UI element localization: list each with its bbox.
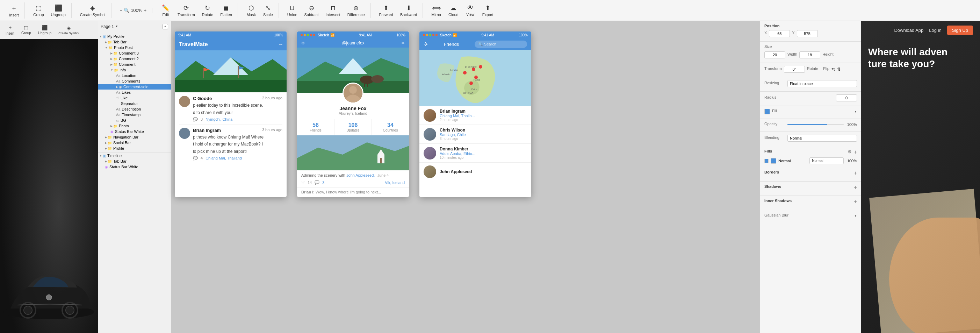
blending-dropdown[interactable]: Normal [788, 135, 857, 142]
width-input[interactable] [764, 51, 785, 58]
layer-timeline-status[interactable]: ◉ Status Bar White [98, 164, 171, 170]
caption-link[interactable]: John Appleseed. [346, 173, 375, 177]
fill-swatch-2[interactable] [771, 158, 776, 164]
post1-link[interactable]: Nyingchi, China [205, 117, 232, 121]
layer-likes[interactable]: Aa Likes [98, 89, 171, 95]
opacity-slider[interactable] [788, 124, 844, 125]
flip-label: Flip [823, 67, 829, 71]
ungroup-button[interactable]: ⬛ Ungroup [48, 3, 68, 18]
mini-symbol-button[interactable]: ◈ Create Symbol [56, 24, 82, 37]
difference-button[interactable]: ⊕ Difference [345, 3, 368, 18]
layer-separator[interactable]: — Separator [98, 101, 171, 106]
layer-bg[interactable]: ▭ BG [98, 118, 171, 123]
fill-checkbox[interactable] [764, 159, 768, 163]
friend-item-3: John Appleseed [419, 163, 531, 181]
download-link[interactable]: Download App [894, 28, 923, 33]
layer-comment3[interactable]: ▶ 📁 Comment 3 [98, 50, 171, 56]
dot3-1 [423, 34, 425, 36]
backward-button[interactable]: ⬇ Backward [398, 3, 420, 18]
rotate-input[interactable] [784, 66, 805, 73]
transform-button[interactable]: ⟳ Transform [175, 3, 198, 18]
export-button[interactable]: ⬆ Export [479, 3, 496, 18]
layer-tab-bar[interactable]: ▶ 📁 Tab Bar [98, 39, 171, 45]
shadows-section: Shadows + [760, 182, 861, 196]
layer-timestamp[interactable]: Aa Timestamp [98, 112, 171, 118]
page-selector[interactable]: Page 1 ▼ [101, 24, 118, 29]
shadows-add-button[interactable]: + [854, 184, 857, 191]
layer-nav-bar[interactable]: ▶ 📁 Navigation Bar [98, 134, 171, 140]
insert-button[interactable]: ＋ Insert [6, 2, 22, 19]
layer-like[interactable]: ♡ Like [98, 95, 171, 101]
layer-status-bar-white[interactable]: ◉ Status Bar White [98, 129, 171, 134]
updates-label: Updates [334, 128, 372, 132]
phone2-avatar [342, 83, 363, 104]
mini-insert-button[interactable]: ＋ Insert [3, 23, 17, 37]
user1-time: 2 hours ago [262, 96, 282, 101]
flip-v-icon[interactable]: ⇅ [837, 67, 840, 72]
fill-opacity-value: 100% [847, 159, 857, 163]
height-input[interactable] [799, 51, 820, 58]
radius-input[interactable] [836, 94, 857, 102]
dot4 [310, 34, 312, 36]
cloud-button[interactable]: ☁ Cloud [445, 3, 461, 18]
fill-color-swatch[interactable] [764, 109, 770, 115]
mirror-button[interactable]: ⟺ Mirror [428, 3, 444, 18]
layer-info[interactable]: ▼ 📁 Info [98, 67, 171, 73]
flatten-button[interactable]: ◼ Flatten [217, 3, 235, 18]
layer-social-bar[interactable]: ▶ 📁 Social Bar [98, 140, 171, 145]
signup-button[interactable]: Sign Up [947, 25, 973, 35]
layer-my-profile[interactable]: ▼ ▣ My Profile [98, 33, 171, 39]
fills-header: Fills ⚙ + [764, 149, 857, 155]
login-link[interactable]: Log in [929, 28, 941, 33]
wifi-icon-3: 📶 [453, 33, 457, 37]
comment-icon-2: 💬 [193, 156, 198, 161]
resizing-dropdown[interactable]: Float in place [788, 80, 857, 87]
search-bar[interactable]: 🔍 Search [475, 41, 527, 48]
sketch-canvas[interactable]: Page 1 ▼ + ▼ ▣ My Profile ▶ 📁 Tab Bar [98, 21, 760, 333]
fill-blend-dropdown[interactable]: Normal [810, 158, 843, 164]
layer-profile[interactable]: ▶ 📁 Profile [98, 145, 171, 151]
view-button[interactable]: 👁 View [463, 3, 478, 18]
toolbar-mask-group: ⬡ Mask ⤡ Scale [241, 3, 279, 18]
layer-description[interactable]: Aa Description [98, 106, 171, 112]
fills-add-button[interactable]: + [854, 149, 857, 155]
intersect-button[interactable]: ⊓ Intersect [323, 3, 343, 18]
website-heading: Where will adven ture take you? [868, 46, 973, 70]
subtract-button[interactable]: ⊖ Subtract [302, 3, 321, 18]
y-input[interactable] [797, 30, 818, 37]
layer-comment-selected[interactable]: ▶ ◉ Comment-sele... [98, 84, 171, 89]
zoom-control[interactable]: − 🔍 100% + [117, 8, 149, 13]
union-button[interactable]: ⊔ Union [285, 3, 300, 18]
mini-ungroup-button[interactable]: ⬛ Ungroup [35, 24, 54, 37]
mini-group-button[interactable]: ⬚ Group [19, 24, 34, 37]
rotate-button[interactable]: ↻ Rotate [199, 3, 216, 18]
layer-comments[interactable]: Aa Comments [98, 78, 171, 84]
mask-button[interactable]: ⬡ Mask [243, 3, 259, 18]
phone1-battery: 100% [274, 33, 283, 37]
layer-photo-post[interactable]: ▼ 📁 Photo Post [98, 45, 171, 50]
inner-shadows-add-button[interactable]: + [854, 199, 857, 205]
svg-text:Atlantic: Atlantic [442, 73, 450, 76]
add-page-button[interactable]: + [162, 24, 168, 29]
layer-timeline-tab[interactable]: ▶ 📁 Tab Bar [98, 158, 171, 164]
chevron-right-sel-icon: ▶ [116, 85, 118, 89]
website-preview: Download App Log in Sign Up Where will a… [861, 21, 980, 333]
x-input[interactable] [769, 30, 790, 37]
svg-point-33 [479, 65, 482, 69]
borders-add-button[interactable]: + [854, 170, 857, 176]
create-symbol-button[interactable]: ◈ Create Symbol [77, 3, 108, 18]
layer-comment[interactable]: ▶ 📁 Comment [98, 62, 171, 67]
edit-button[interactable]: ✏️ Edit [158, 3, 173, 18]
group-button[interactable]: ⬚ Group [30, 3, 47, 18]
scale-button[interactable]: ⤡ Scale [260, 3, 276, 18]
forward-button[interactable]: ⬆ Forward [376, 3, 396, 18]
layer-location[interactable]: Aa Location [98, 73, 171, 78]
layer-comment2[interactable]: ▶ 📁 Comment 2 [98, 56, 171, 62]
layer-timeline[interactable]: ▼ ▣ Timeline [98, 153, 171, 158]
flip-h-icon[interactable]: ⇆ [832, 67, 835, 72]
location-tag[interactable]: Vik, Iceland [385, 180, 405, 185]
post2-link[interactable]: Chiang Mai, Thailand [205, 156, 242, 160]
fills-settings-icon[interactable]: ⚙ [848, 149, 852, 155]
layer-photo[interactable]: ▶ 📁 Photo [98, 123, 171, 129]
y-label: Y [792, 31, 794, 35]
